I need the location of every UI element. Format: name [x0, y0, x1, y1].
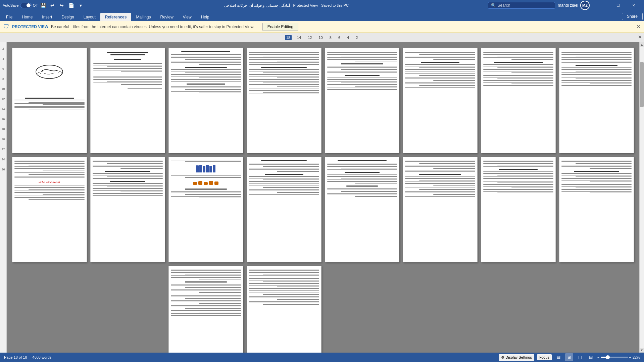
ruler-close-button[interactable]: ✕: [638, 34, 642, 40]
protected-message: Be careful—files from the Internet can c…: [51, 24, 254, 29]
doc-page-7[interactable]: [481, 48, 556, 153]
doc-page-14[interactable]: [403, 157, 478, 262]
doc-page-12[interactable]: [247, 157, 321, 262]
svg-point-0: [42, 70, 43, 71]
close-button[interactable]: ✕: [626, 0, 641, 11]
doc-page-10[interactable]: [90, 157, 165, 262]
scroll-up-button[interactable]: ▲: [640, 42, 644, 47]
display-settings-button[interactable]: ⚙ Display Settings: [499, 354, 534, 361]
zoom-thumb[interactable]: [606, 355, 610, 359]
tab-mailings[interactable]: Mailings: [131, 13, 155, 21]
zoom-control[interactable]: − + 22%: [597, 355, 640, 359]
ruler-v-22: 22: [1, 144, 5, 154]
page-grid: چند نمونه حرکات اصلاحی: [12, 48, 634, 353]
title-bar: AutoSave Off 💾 ↩ ↪ 📄 ▾ آمادگی جسمانی و ف…: [0, 0, 644, 11]
word-count: 4603 words: [33, 355, 52, 359]
ruler-num-6[interactable]: 6: [337, 35, 342, 40]
bismillah-logo: [34, 63, 64, 82]
ruler-num-8[interactable]: 8: [328, 35, 333, 40]
print-layout-button[interactable]: ▦: [554, 353, 562, 361]
ruler-v-20: 20: [1, 134, 5, 144]
avatar[interactable]: MZ: [580, 1, 590, 10]
doc-page-15[interactable]: [481, 157, 556, 262]
display-settings-label: Display Settings: [505, 355, 532, 359]
protected-label: PROTECTED VIEW: [12, 24, 48, 29]
search-box[interactable]: 🔍: [488, 2, 555, 9]
tab-insert[interactable]: Insert: [37, 13, 57, 21]
ruler-v-14: 14: [1, 104, 5, 114]
share-button[interactable]: Share: [622, 13, 643, 20]
ruler-num-4[interactable]: 4: [346, 35, 350, 40]
tab-view[interactable]: View: [178, 13, 196, 21]
zoom-track[interactable]: [601, 357, 628, 358]
ruler-v-18: 18: [1, 124, 5, 134]
tab-help[interactable]: Help: [196, 13, 214, 21]
ruler-num-2[interactable]: 2: [354, 35, 359, 40]
doc-page-11[interactable]: [168, 157, 243, 262]
customize-icon[interactable]: ▾: [77, 1, 85, 9]
read-mode-button[interactable]: ⊞: [565, 353, 573, 361]
tab-review[interactable]: Review: [156, 13, 178, 21]
scroll-down-button[interactable]: ▼: [640, 348, 644, 353]
ruler-v-16: 16: [1, 114, 5, 124]
tab-home[interactable]: Home: [17, 13, 37, 21]
new-doc-icon[interactable]: 📄: [67, 1, 75, 9]
scroll-thumb[interactable]: [640, 62, 644, 107]
doc-page-8[interactable]: [559, 48, 634, 153]
tab-references[interactable]: References: [100, 13, 132, 21]
enable-editing-button[interactable]: Enable Editing: [262, 23, 298, 31]
minimize-button[interactable]: —: [595, 0, 610, 11]
shield-icon: 🛡: [3, 23, 9, 30]
status-bar: Page 18 of 18 4603 words ⚙ Display Setti…: [0, 353, 644, 362]
title-bar-left: AutoSave Off 💾 ↩ ↪ 📄 ▾: [3, 1, 85, 9]
ruler-num-14[interactable]: 14: [296, 35, 302, 40]
right-scrollbar[interactable]: ▲ ▼: [639, 42, 644, 353]
window-title: آمادگی جسمانی و فواید آن- حرکات اصلاحی -…: [85, 3, 488, 8]
zoom-out-icon[interactable]: −: [597, 355, 599, 359]
title-text: آمادگی جسمانی و فواید آن- حرکات اصلاحی -…: [224, 3, 349, 7]
doc-canvas[interactable]: چند نمونه حرکات اصلاحی: [7, 42, 639, 353]
outline-view-button[interactable]: ▤: [587, 353, 595, 361]
zoom-in-icon[interactable]: +: [629, 355, 631, 359]
restore-button[interactable]: ☐: [610, 0, 626, 11]
doc-page-2[interactable]: [90, 48, 165, 153]
status-bar-right: ⚙ Display Settings Focus ▦ ⊞ ◫ ▤ − + 22%: [499, 353, 640, 361]
ruler-num-10[interactable]: 10: [317, 35, 324, 40]
ruler-v-8: 8: [2, 74, 4, 84]
doc-page-4[interactable]: [247, 48, 321, 153]
banner-close-button[interactable]: ✕: [636, 23, 641, 30]
tab-file[interactable]: File: [1, 13, 17, 21]
redo-icon[interactable]: ↪: [58, 1, 66, 9]
display-settings-icon: ⚙: [501, 355, 504, 360]
search-input[interactable]: [497, 3, 552, 8]
doc-page-16[interactable]: [559, 157, 634, 262]
doc-page-17[interactable]: [168, 266, 243, 353]
ribbon-tabs: File Home Insert Design Layout Reference…: [0, 11, 644, 21]
doc-page-6[interactable]: [403, 48, 478, 153]
doc-page-18[interactable]: [247, 266, 321, 353]
doc-page-9[interactable]: چند نمونه حرکات اصلاحی: [12, 157, 87, 262]
tab-layout[interactable]: Layout: [79, 13, 100, 21]
ruler-num-18[interactable]: 18: [285, 35, 292, 40]
doc-page-5[interactable]: [325, 48, 400, 153]
web-layout-button[interactable]: ◫: [576, 353, 584, 361]
figures-area-bottom: [171, 180, 241, 185]
focus-button[interactable]: Focus: [537, 354, 552, 360]
doc-page-1[interactable]: [12, 48, 87, 153]
scroll-track[interactable]: [640, 47, 644, 348]
undo-icon[interactable]: ↩: [48, 1, 56, 9]
tab-design[interactable]: Design: [57, 13, 79, 21]
words-label: 4603 words: [33, 355, 52, 359]
left-ruler: 2 4 6 8 10 12 14 16 18 20 22 24 26: [0, 42, 7, 353]
doc-page-13[interactable]: [325, 157, 400, 262]
user-area: mahdi ziaei MZ: [558, 1, 590, 10]
autosave-toggle[interactable]: [20, 3, 32, 8]
save-icon[interactable]: 💾: [39, 1, 47, 9]
avatar-initials: MZ: [582, 3, 588, 7]
ruler-v-4: 4: [2, 54, 4, 64]
doc-page-3[interactable]: [168, 48, 243, 153]
zoom-level: 22%: [633, 355, 640, 359]
focus-label: Focus: [539, 355, 549, 359]
protected-banner: 🛡 PROTECTED VIEW Be careful—files from t…: [0, 21, 644, 33]
ruler-num-12[interactable]: 12: [306, 35, 313, 40]
